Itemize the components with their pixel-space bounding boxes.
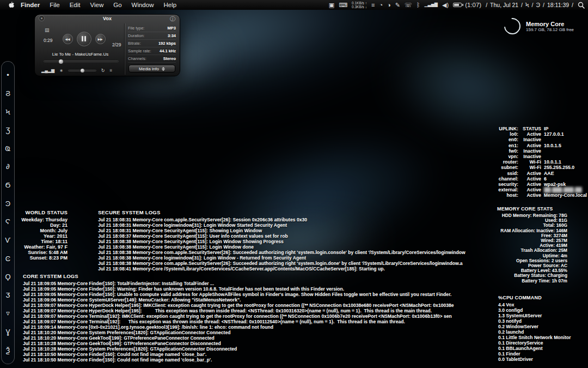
keyboard-icon[interactable]: ⌨ bbox=[339, 0, 347, 10]
core-logs-title: CORE SYSTEM LOGS bbox=[23, 273, 484, 279]
dock-glyph[interactable]: Ϟ bbox=[5, 108, 10, 116]
memory-core-logo-icon bbox=[501, 15, 524, 38]
dock-glyph[interactable]: Ϙ bbox=[5, 273, 10, 280]
dock-glyph[interactable]: Ϭ bbox=[5, 182, 11, 189]
menu-item[interactable]: View bbox=[90, 2, 104, 8]
log-line: Jul 21 18:10:28 Memory-Core GeekTool[199… bbox=[23, 341, 484, 346]
vox-title-bar[interactable]: × Vox ⓘ bbox=[35, 15, 180, 22]
world-status: WORLD STATUS Weekday: ThursdayDay: 21Mon… bbox=[15, 209, 68, 261]
phone-icon[interactable]: ☏ bbox=[405, 0, 412, 10]
clock-segment: / bbox=[521, 2, 523, 8]
dock-glyph[interactable]: Ϛ bbox=[5, 218, 10, 225]
menu-item[interactable]: File bbox=[50, 2, 60, 8]
seek-slider[interactable] bbox=[44, 61, 119, 62]
world-status-line: Weekday: Thursday bbox=[15, 217, 68, 222]
pause-button[interactable] bbox=[77, 32, 91, 46]
log-line: Jul 21 18:08:38 Memory-Core loginwindow[… bbox=[98, 255, 483, 261]
cpu-process-line: 0.1 DirectoryService bbox=[498, 340, 588, 346]
log-line: Jul 21 18:09:05 Memory-Core Finder[150]:… bbox=[23, 281, 484, 286]
world-status-title: WORLD STATUS bbox=[15, 209, 68, 215]
log-line: Jul 21 18:08:31 Memory-Core SecurityAgen… bbox=[98, 228, 483, 233]
menu-bar: FinderFileEditViewGoWindowHelp ▣ ⌨ 0.1KB… bbox=[0, 0, 588, 10]
media-info-row: Channels: Stereo bbox=[128, 55, 176, 63]
dock-glyph[interactable]: Ͽ bbox=[5, 200, 10, 207]
previous-button[interactable]: ◀◀ bbox=[63, 34, 73, 44]
log-line: Jul 21 18:08:37 Memory-Core SecurityAgen… bbox=[98, 233, 483, 239]
memory-core-stats: MEMORY CORE STATS HDD Memory: Remaining:… bbox=[479, 206, 567, 283]
dock-glyph[interactable]: Ѯ bbox=[6, 347, 10, 354]
dock-glyph[interactable]: Ӡ bbox=[6, 292, 10, 299]
upload-speed: 0.1KB/s bbox=[352, 1, 364, 5]
dock-glyph[interactable]: Ҩ bbox=[5, 145, 11, 152]
eject-icon[interactable]: ▤ bbox=[45, 27, 50, 33]
volume-slider[interactable] bbox=[68, 70, 96, 71]
media-info-dropdown[interactable]: Media info bbox=[128, 65, 175, 73]
glyph-dock: •ϨϞƷҨ∂ϬϿϚѴϾϘӠ▿ƔѮ bbox=[1, 61, 15, 364]
volume-knob[interactable] bbox=[81, 69, 84, 73]
core-system-logs: CORE SYSTEM LOGS Jul 21 18:09:05 Memory-… bbox=[23, 273, 484, 363]
dock-glyph[interactable]: Ɣ bbox=[5, 328, 10, 335]
menu-item[interactable]: Edit bbox=[70, 2, 81, 8]
clock-segment: Ϟ bbox=[525, 2, 529, 8]
uplink-row: vpn: Inactive bbox=[492, 154, 587, 159]
media-info-row: Bitrate: 192 kbps bbox=[128, 40, 176, 47]
battery-menu-item[interactable]: (1:07) bbox=[453, 2, 481, 8]
dock-glyph[interactable]: Ʒ bbox=[6, 126, 10, 134]
cpu-process-list: %CPU COMMAND 4.4 Vox3.0 configd1.3 Syste… bbox=[498, 295, 588, 362]
dock-glyph[interactable]: Ͼ bbox=[5, 255, 10, 262]
loop-icon[interactable]: ↻ bbox=[101, 68, 105, 73]
display-icon[interactable]: ▣ bbox=[329, 0, 334, 10]
apple-menu-icon[interactable] bbox=[8, 1, 14, 9]
dock-glyph[interactable]: ∂ bbox=[6, 163, 9, 170]
istat-menu-icon[interactable]: ≡ bbox=[371, 0, 375, 10]
disk-meter-icon[interactable]: ◑ bbox=[387, 0, 391, 10]
bluetooth-icon[interactable]: ᛒ bbox=[416, 0, 420, 10]
menu-item[interactable]: Help bbox=[163, 2, 176, 8]
cpu-meter-icon[interactable]: ◔ bbox=[379, 0, 383, 10]
world-status-line: Sunrise: 5:48 AM bbox=[15, 250, 68, 255]
log-line: Jul 21 18:09:07 Memory-Core HyperDock He… bbox=[23, 308, 484, 313]
dock-glyph[interactable]: Ѵ bbox=[5, 237, 10, 244]
menu-item[interactable]: Finder bbox=[21, 2, 40, 8]
up-arrow-icon: ↑ bbox=[365, 1, 367, 5]
log-line: Jul 21 18:08:38 Memory-Core com.apple.Se… bbox=[98, 250, 483, 255]
spotlight-icon[interactable] bbox=[578, 2, 585, 9]
dock-glyph[interactable]: ▿ bbox=[6, 310, 10, 317]
log-line: Jul 21 18:10:50 Memory-Core Finder[150]:… bbox=[23, 357, 484, 363]
equalizer-icon[interactable]: ▂▄▂▆ bbox=[41, 68, 54, 73]
seek-knob[interactable] bbox=[59, 59, 63, 64]
log-line: Jul 21 18:08:31 Memory-Core loginwindow[… bbox=[98, 222, 483, 228]
clock-segment: / bbox=[486, 2, 487, 8]
memory-stat-line: Battery Time: 1h 07m bbox=[479, 279, 567, 283]
playlist-icon[interactable]: ≡ bbox=[110, 68, 113, 73]
clock-segment: 18:11:39 bbox=[547, 2, 569, 8]
cpu-process-line: 0.0 TabletDriver bbox=[498, 357, 588, 362]
media-info-table: File type: MP3 Duration: 3:34 Bitrate: 1… bbox=[128, 25, 176, 63]
volume-icon[interactable]: ◀) bbox=[442, 0, 449, 10]
network-speed-indicator[interactable]: 0.1KB/s↑ 0.3KB/s↓ bbox=[352, 1, 367, 9]
effects-icon[interactable]: ∗ bbox=[59, 68, 63, 73]
uplink-row: host: Active Memory-Core.local bbox=[492, 192, 587, 198]
next-button[interactable]: ▶▶ bbox=[95, 34, 106, 44]
uplink-row: fw0: Inactive bbox=[492, 148, 587, 154]
media-info-row: File type: MP3 bbox=[128, 25, 176, 32]
uplink-row: channel: Active 6 bbox=[492, 176, 587, 182]
cpu-process-line: 0.1 BBLaunchAgent bbox=[498, 346, 588, 351]
window-title: Vox bbox=[35, 16, 180, 21]
clock-menu-item[interactable]: /Thu, Jul 21/Ϟ/Ͽ/18:11:39/ bbox=[486, 2, 573, 8]
battery-icon bbox=[453, 3, 462, 7]
dock-glyph[interactable]: • bbox=[7, 71, 9, 79]
cpu-process-line: 0.2 launchd bbox=[498, 329, 588, 335]
memory-core-title: Memory Core bbox=[526, 21, 574, 27]
menu-bar-status-area: ▣ ⌨ 0.1KB/s↑ 0.3KB/s↓ ≡ ◔ ◑ ✎ ☏ ᛒ ▁▃▅▇ ◀… bbox=[329, 0, 585, 10]
clock-segment: / bbox=[532, 2, 534, 8]
cpu-process-line: 0.2 WindowServer bbox=[498, 324, 588, 329]
ink-pen-icon[interactable]: ✎ bbox=[395, 0, 400, 10]
signal-bars-icon[interactable]: ▁▃▅▇ bbox=[424, 0, 438, 10]
menu-item[interactable]: Window bbox=[132, 2, 154, 8]
world-status-line: Month: July bbox=[15, 228, 68, 233]
menu-item[interactable]: Go bbox=[113, 2, 121, 8]
dock-glyph[interactable]: Ϩ bbox=[5, 90, 10, 97]
clock-segment: / bbox=[543, 2, 544, 8]
info-icon[interactable]: ⓘ bbox=[170, 15, 175, 23]
